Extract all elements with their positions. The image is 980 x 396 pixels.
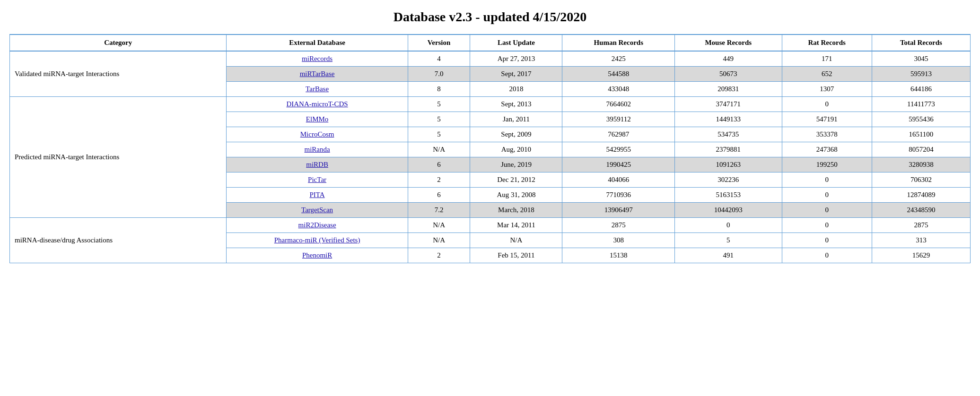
db-link[interactable]: miR2Disease: [298, 221, 336, 229]
rat-records-cell: 171: [782, 51, 872, 67]
header-rat-records: Rat Records: [782, 34, 872, 51]
last-update-cell: N/A: [470, 233, 562, 248]
header-total-records: Total Records: [872, 34, 970, 51]
last-update-cell: Apr 27, 2013: [470, 51, 562, 67]
version-cell: 4: [408, 51, 470, 67]
human-records-cell: 7664602: [562, 97, 675, 112]
human-records-cell: 762987: [562, 127, 675, 142]
rat-records-cell: 652: [782, 67, 872, 82]
total-records-cell: 595913: [872, 67, 970, 82]
total-records-cell: 15629: [872, 248, 970, 263]
human-records-cell: 3959112: [562, 112, 675, 127]
mouse-records-cell: 534735: [675, 127, 782, 142]
last-update-cell: March, 2018: [470, 203, 562, 218]
mouse-records-cell: 209831: [675, 82, 782, 97]
mouse-records-cell: 5: [675, 233, 782, 248]
version-cell: N/A: [408, 218, 470, 233]
human-records-cell: 7710936: [562, 188, 675, 203]
db-link[interactable]: miRTarBase: [300, 70, 335, 77]
header-category: Category: [10, 34, 227, 51]
db-name-cell[interactable]: ElMMo: [227, 112, 408, 127]
human-records-cell: 2875: [562, 218, 675, 233]
db-name-cell[interactable]: PicTar: [227, 172, 408, 188]
category-cell: Predicted miRNA-target Interactions: [10, 97, 227, 218]
db-link[interactable]: miRanda: [305, 146, 330, 153]
human-records-cell: 1990425: [562, 157, 675, 172]
human-records-cell: 5429955: [562, 142, 675, 157]
total-records-cell: 24348590: [872, 203, 970, 218]
total-records-cell: 2875: [872, 218, 970, 233]
last-update-cell: Sept, 2013: [470, 97, 562, 112]
header-version: Version: [408, 34, 470, 51]
last-update-cell: Dec 21, 2012: [470, 172, 562, 188]
last-update-cell: Sept, 2009: [470, 127, 562, 142]
rat-records-cell: 0: [782, 97, 872, 112]
mouse-records-cell: 50673: [675, 67, 782, 82]
table-row: Predicted miRNA-target InteractionsDIANA…: [10, 97, 971, 112]
db-name-cell[interactable]: miRDB: [227, 157, 408, 172]
rat-records-cell: 547191: [782, 112, 872, 127]
db-name-cell[interactable]: miRanda: [227, 142, 408, 157]
total-records-cell: 12874089: [872, 188, 970, 203]
last-update-cell: Jan, 2011: [470, 112, 562, 127]
table-row: Validated miRNA-target InteractionsmiRec…: [10, 51, 971, 67]
db-name-cell[interactable]: Pharmaco-miR (Verified Sets): [227, 233, 408, 248]
version-cell: 5: [408, 112, 470, 127]
mouse-records-cell: 10442093: [675, 203, 782, 218]
db-link[interactable]: Pharmaco-miR (Verified Sets): [274, 236, 360, 244]
db-link[interactable]: miRDB: [306, 161, 328, 168]
human-records-cell: 433048: [562, 82, 675, 97]
last-update-cell: Feb 15, 2011: [470, 248, 562, 263]
rat-records-cell: 1307: [782, 82, 872, 97]
version-cell: 5: [408, 127, 470, 142]
db-link[interactable]: miRecords: [302, 55, 332, 62]
db-link[interactable]: TargetScan: [301, 206, 333, 214]
total-records-cell: 313: [872, 233, 970, 248]
db-name-cell[interactable]: miR2Disease: [227, 218, 408, 233]
version-cell: 7.0: [408, 67, 470, 82]
db-link[interactable]: DIANA-microT-CDS: [286, 100, 348, 108]
human-records-cell: 544588: [562, 67, 675, 82]
header-mouse-records: Mouse Records: [675, 34, 782, 51]
rat-records-cell: 0: [782, 188, 872, 203]
version-cell: 6: [408, 157, 470, 172]
mouse-records-cell: 5163153: [675, 188, 782, 203]
total-records-cell: 11411773: [872, 97, 970, 112]
category-cell: miRNA-disease/drug Associations: [10, 218, 227, 263]
version-cell: N/A: [408, 233, 470, 248]
db-link[interactable]: PicTar: [308, 176, 326, 183]
db-link[interactable]: ElMMo: [306, 115, 329, 123]
database-table: Category External Database Version Last …: [9, 34, 971, 263]
db-link[interactable]: TarBase: [306, 85, 329, 93]
rat-records-cell: 0: [782, 203, 872, 218]
rat-records-cell: 199250: [782, 157, 872, 172]
db-link[interactable]: PITA: [310, 191, 325, 198]
mouse-records-cell: 302236: [675, 172, 782, 188]
total-records-cell: 644186: [872, 82, 970, 97]
last-update-cell: Aug 31, 2008: [470, 188, 562, 203]
db-name-cell[interactable]: TargetScan: [227, 203, 408, 218]
version-cell: 8: [408, 82, 470, 97]
db-name-cell[interactable]: miRecords: [227, 51, 408, 67]
total-records-cell: 3280938: [872, 157, 970, 172]
header-human-records: Human Records: [562, 34, 675, 51]
human-records-cell: 2425: [562, 51, 675, 67]
mouse-records-cell: 491: [675, 248, 782, 263]
db-name-cell[interactable]: DIANA-microT-CDS: [227, 97, 408, 112]
table-header-row: Category External Database Version Last …: [10, 34, 971, 51]
db-name-cell[interactable]: PITA: [227, 188, 408, 203]
total-records-cell: 1651100: [872, 127, 970, 142]
mouse-records-cell: 2379881: [675, 142, 782, 157]
last-update-cell: June, 2019: [470, 157, 562, 172]
db-link[interactable]: PhenomiR: [302, 251, 332, 259]
db-name-cell[interactable]: PhenomiR: [227, 248, 408, 263]
db-name-cell[interactable]: MicroCosm: [227, 127, 408, 142]
db-link[interactable]: MicroCosm: [300, 130, 334, 138]
last-update-cell: 2018: [470, 82, 562, 97]
total-records-cell: 706302: [872, 172, 970, 188]
total-records-cell: 8057204: [872, 142, 970, 157]
db-name-cell[interactable]: miRTarBase: [227, 67, 408, 82]
version-cell: 2: [408, 248, 470, 263]
db-name-cell[interactable]: TarBase: [227, 82, 408, 97]
header-external-db: External Database: [227, 34, 408, 51]
